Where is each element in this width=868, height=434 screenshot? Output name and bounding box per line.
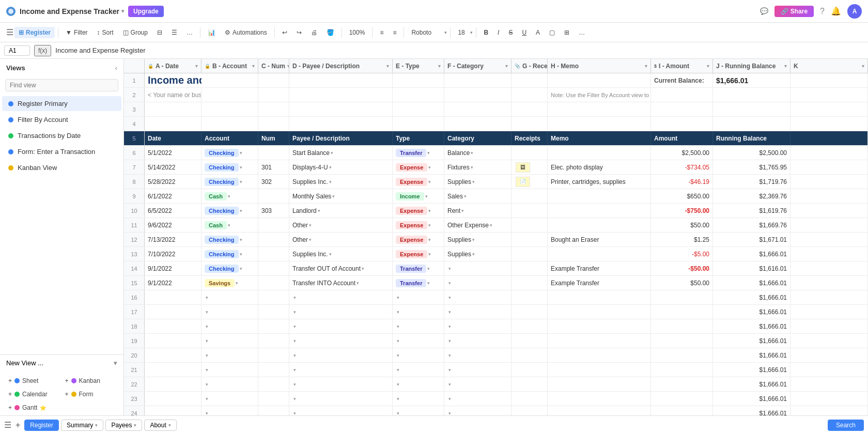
cell-num[interactable]	[258, 276, 289, 290]
cell-receipts[interactable]	[512, 146, 548, 160]
cell-amount[interactable]	[651, 363, 713, 377]
cat-caret[interactable]: ▾	[461, 208, 464, 213]
cell-account[interactable]: Checking ▾	[202, 261, 258, 275]
cell-payee[interactable]: Other ▾	[289, 218, 393, 232]
cell-receipts[interactable]	[512, 334, 548, 348]
fx-button[interactable]: f(x)	[34, 45, 51, 56]
cell-account[interactable]: Checking ▾	[202, 175, 258, 189]
cell-type[interactable]: ▾	[393, 392, 444, 406]
comment-icon[interactable]: 💬	[760, 7, 768, 15]
cell-amount[interactable]: -$46.19	[651, 175, 713, 189]
cell-type[interactable]: ▾	[393, 377, 444, 391]
cell-type[interactable]: ▾	[393, 348, 444, 362]
cell-num[interactable]	[258, 348, 289, 362]
type-caret[interactable]: ▾	[428, 179, 431, 184]
text-color-button[interactable]: A	[532, 27, 544, 38]
row-height-button[interactable]: ☰	[167, 27, 181, 38]
cell-payee[interactable]: ▾	[289, 334, 393, 348]
sidebar-toggle[interactable]: ‹	[115, 64, 117, 72]
cell-num[interactable]: 303	[258, 204, 289, 218]
cell-account[interactable]: ▾	[202, 377, 258, 391]
cell-payee[interactable]: ▾	[289, 290, 393, 304]
cell-memo[interactable]	[548, 204, 651, 218]
new-view-caret[interactable]: ▾	[114, 359, 117, 367]
add-gantt-button[interactable]: + Gantt ⭐	[6, 402, 61, 413]
bold-button[interactable]: B	[479, 27, 492, 38]
cell-memo[interactable]	[548, 189, 651, 203]
cell-type[interactable]: ▾	[393, 305, 444, 319]
payee-caret[interactable]: ▾	[329, 165, 332, 170]
col-drop-memo[interactable]: ▾	[645, 64, 647, 69]
cell-type[interactable]: ▾	[393, 334, 444, 348]
cell-payee[interactable]: Supplies Inc. ▾	[289, 247, 393, 261]
cell-amount[interactable]: $50.00	[651, 218, 713, 232]
sidebar-item-transactions-date[interactable]: Transactions by Date	[2, 128, 121, 143]
more2-button[interactable]: …	[575, 27, 589, 38]
type-caret[interactable]: ▾	[428, 165, 431, 170]
cell-date[interactable]: 6/5/2022	[145, 204, 202, 218]
cell-date[interactable]	[145, 377, 202, 391]
cell-account[interactable]: ▾	[202, 305, 258, 319]
underline-button[interactable]: U	[518, 27, 531, 38]
cell-date[interactable]: 6/1/2022	[145, 189, 202, 203]
cell-date[interactable]: 7/13/2022	[145, 233, 202, 246]
cell-account[interactable]: Savings ▾	[202, 276, 258, 290]
cell-num[interactable]	[258, 319, 289, 333]
cell-date[interactable]	[145, 392, 202, 406]
redo-button[interactable]: ↪	[292, 27, 306, 38]
payee-caret[interactable]: ▾	[362, 266, 364, 271]
cell-num[interactable]	[258, 261, 289, 275]
col-drop-running[interactable]: ▾	[784, 64, 787, 69]
cell-category[interactable]: Other Expense ▾	[444, 218, 512, 232]
cell-category[interactable]: ▾	[444, 261, 512, 275]
cell-num[interactable]	[258, 218, 289, 232]
bell-icon[interactable]: 🔔	[831, 6, 841, 16]
cat-caret[interactable]: ▾	[464, 194, 467, 199]
cell-amount[interactable]	[651, 305, 713, 319]
cell-memo[interactable]	[548, 146, 651, 160]
chart-button[interactable]: 📊	[204, 27, 220, 38]
add-calendar-button[interactable]: + Calendar	[6, 389, 61, 400]
cell-account[interactable]: ▾	[202, 319, 258, 333]
account-caret[interactable]: ▾	[240, 237, 242, 242]
cell-receipts[interactable]	[512, 189, 548, 203]
cell-amount[interactable]	[651, 377, 713, 391]
cell-account[interactable]: ▾	[202, 363, 258, 377]
cell-date[interactable]	[145, 348, 202, 362]
cell-num[interactable]	[258, 363, 289, 377]
cell-num[interactable]	[258, 146, 289, 160]
cell-date[interactable]	[145, 305, 202, 319]
cell-amount[interactable]: -$734.05	[651, 160, 713, 174]
cell-type[interactable]: Transfer ▾	[393, 276, 444, 290]
payee-caret[interactable]: ▾	[309, 223, 312, 228]
cell-receipts[interactable]	[512, 276, 548, 290]
cell-date[interactable]: 9/6/2022	[145, 218, 202, 232]
cell-account[interactable]: ▾	[202, 392, 258, 406]
col-drop-account[interactable]: ▾	[252, 64, 255, 69]
sidebar-item-register-primary[interactable]: Register Primary	[2, 96, 121, 111]
cell-amount[interactable]: -$5.00	[651, 247, 713, 261]
col-header-date[interactable]: 🔒 A - Date ▾	[145, 59, 202, 73]
find-view-input[interactable]	[5, 79, 118, 91]
type-caret[interactable]: ▾	[428, 223, 431, 228]
payee-caret[interactable]: ▾	[318, 208, 320, 213]
cell-date[interactable]: 5/1/2022	[145, 146, 202, 160]
align-center-button[interactable]: ≡	[389, 27, 400, 38]
cell-payee[interactable]: Start Balance ▾	[289, 146, 393, 160]
cell-amount[interactable]: $650.00	[651, 189, 713, 203]
cell-category[interactable]: ▾	[444, 319, 512, 333]
cell-date[interactable]: 5/28/2022	[145, 175, 202, 189]
cell-memo[interactable]: Example Transfer	[548, 261, 651, 275]
cell-receipts[interactable]	[512, 247, 548, 261]
cell-account[interactable]: Checking ▾	[202, 204, 258, 218]
account-caret[interactable]: ▾	[240, 208, 242, 213]
cell-receipts[interactable]	[512, 348, 548, 362]
col-header-k[interactable]: K ▾	[791, 59, 868, 73]
filter-button[interactable]: ▼ Filter	[61, 27, 92, 38]
cell-memo[interactable]	[548, 334, 651, 348]
col-drop-type[interactable]: ▾	[438, 64, 441, 69]
cell-date[interactable]: 5/14/2022	[145, 160, 202, 174]
cell-receipts[interactable]	[512, 392, 548, 406]
cell-num[interactable]: 302	[258, 175, 289, 189]
strikethrough-button[interactable]: S	[504, 27, 517, 38]
